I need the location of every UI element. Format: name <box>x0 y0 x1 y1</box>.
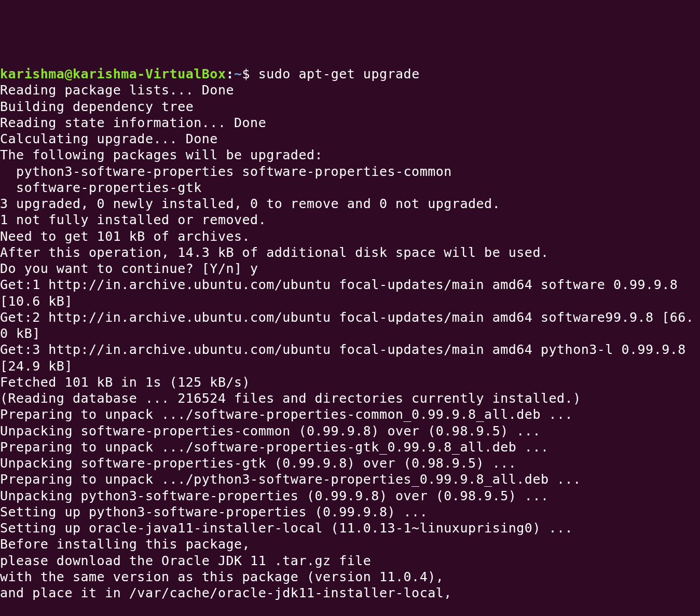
prompt-colon: : <box>226 66 234 81</box>
output-line: Before installing this package, <box>0 537 250 552</box>
output-line: with the same version as this package (v… <box>0 569 444 584</box>
output-line: and place it in /var/cache/oracle-jdk11-… <box>0 585 452 600</box>
output-line: Get:3 http://in.archive.ubuntu.com/ubunt… <box>0 342 694 373</box>
output-line: (Reading database ... 216524 files and d… <box>0 391 581 406</box>
output-line: Need to get 101 kB of archives. <box>0 229 250 244</box>
prompt-dollar: $ <box>242 66 251 81</box>
terminal-window[interactable]: karishma@karishma-VirtualBox:~$ sudo apt… <box>0 66 700 601</box>
output-line: Setting up oracle-java11-installer-local… <box>0 521 573 536</box>
output-line: Get:1 http://in.archive.ubuntu.com/ubunt… <box>0 277 686 308</box>
output-line: please download the Oracle JDK 11 .tar.g… <box>0 553 371 568</box>
output-line: Preparing to unpack .../software-propert… <box>0 440 549 455</box>
output-line: Unpacking python3-software-properties (0… <box>0 488 549 503</box>
output-line: python3-software-properties software-pro… <box>0 164 452 179</box>
output-line: 3 upgraded, 0 newly installed, 0 to remo… <box>0 196 500 211</box>
output-line: Preparing to unpack .../software-propert… <box>0 407 573 422</box>
prompt-path: ~ <box>234 66 242 81</box>
output-line: The following packages will be upgraded: <box>0 147 323 162</box>
output-line: Preparing to unpack .../python3-software… <box>0 472 581 487</box>
output-line: Calculating upgrade... Done <box>0 131 218 146</box>
output-line: Unpacking software-properties-gtk (0.99.… <box>0 456 516 471</box>
output-line: Reading package lists... Done <box>0 83 234 98</box>
output-line: Unpacking software-properties-common (0.… <box>0 423 541 439</box>
output-line: Reading state information... Done <box>0 115 266 130</box>
output-line: 1 not fully installed or removed. <box>0 212 266 227</box>
command-input[interactable]: sudo apt-get upgrade <box>250 66 420 81</box>
output-line: Building dependency tree <box>0 99 194 114</box>
output-line: Setting up python3-software-properties (… <box>0 504 428 519</box>
output-line: Get:2 http://in.archive.ubuntu.com/ubunt… <box>0 310 694 341</box>
output-line: Fetched 101 kB in 1s (125 kB/s) <box>0 375 250 390</box>
prompt-user-host: karishma@karishma-VirtualBox <box>0 66 226 81</box>
output-line: After this operation, 14.3 kB of additio… <box>0 245 549 260</box>
output-line: Do you want to continue? [Y/n] y <box>0 261 258 276</box>
output-line: software-properties-gtk <box>0 180 202 195</box>
